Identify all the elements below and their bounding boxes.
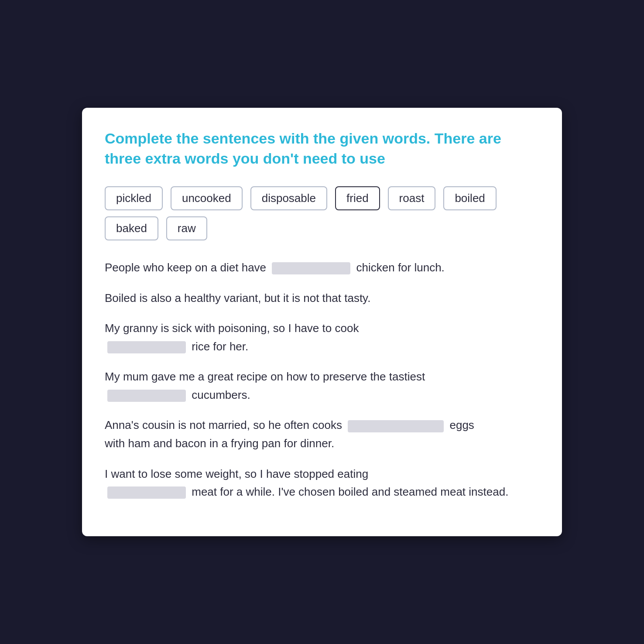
word-chip-boiled[interactable]: boiled (443, 186, 496, 210)
word-chip-baked[interactable]: baked (105, 216, 158, 240)
word-bank: pickled uncooked disposable fried roast … (105, 186, 539, 240)
sentence-4: My mum gave me a great recipe on how to … (105, 368, 539, 404)
sentence-2-text: Boiled is also a healthy variant, but it… (105, 291, 370, 305)
sentence-3: My granny is sick with poisoning, so I h… (105, 319, 539, 356)
sentence-4-text: My mum gave me a great recipe on how to … (105, 370, 425, 401)
sentence-1: People who keep on a diet have chicken f… (105, 259, 539, 277)
word-chip-pickled[interactable]: pickled (105, 186, 163, 210)
exercise-title: Complete the sentences with the given wo… (105, 129, 539, 169)
sentence-6-text: I want to lose some weight, so I have st… (105, 467, 508, 499)
word-chip-roast[interactable]: roast (388, 186, 436, 210)
sentences-section: People who keep on a diet have chicken f… (105, 259, 539, 514)
blank-3[interactable] (107, 341, 186, 353)
sentence-2: Boiled is also a healthy variant, but it… (105, 289, 539, 308)
blank-5[interactable] (348, 420, 444, 432)
exercise-card: Complete the sentences with the given wo… (82, 108, 562, 536)
word-chip-disposable[interactable]: disposable (250, 186, 327, 210)
sentence-5: Anna's cousin is not married, so he ofte… (105, 416, 539, 452)
word-chip-uncooked[interactable]: uncooked (171, 186, 243, 210)
sentence-3-text: My granny is sick with poisoning, so I h… (105, 322, 359, 353)
sentence-5-text: Anna's cousin is not married, so he ofte… (105, 418, 474, 450)
sentence-6: I want to lose some weight, so I have st… (105, 465, 539, 501)
sentence-1-text: People who keep on a diet have chicken f… (105, 261, 445, 274)
blank-6[interactable] (107, 486, 186, 499)
blank-4[interactable] (107, 390, 186, 402)
word-chip-raw[interactable]: raw (166, 216, 207, 240)
blank-1[interactable] (272, 262, 350, 274)
word-chip-fried[interactable]: fried (335, 186, 380, 210)
